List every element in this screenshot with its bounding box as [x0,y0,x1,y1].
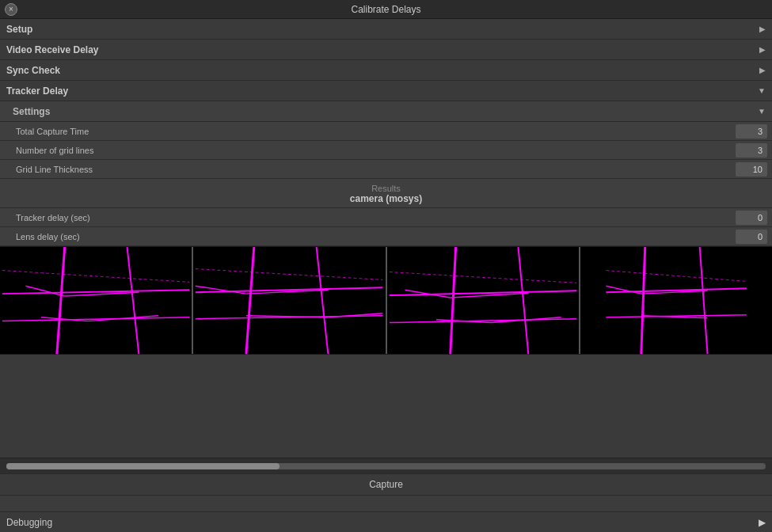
results-camera: camera (mosys) [6,193,766,204]
total-capture-time-value[interactable]: 3 [736,124,767,139]
svg-rect-30 [606,247,746,354]
grid-line-thickness-label: Grid Line Thickness [16,165,93,174]
grid-svg-4 [580,247,772,354]
svg-rect-10 [196,247,382,354]
image-cell-1 [0,247,193,354]
image-cell-2 [193,247,386,354]
param-row-grid-line-thickness: Grid Line Thickness 10 [0,160,772,179]
bottom-area [0,355,772,458]
setup-arrow: ▶ [759,25,766,33]
video-receive-delay-arrow: ▶ [759,45,766,54]
settings-label: Settings [13,106,50,117]
svg-rect-0 [2,247,189,354]
sidebar-item-settings[interactable]: Settings ▼ [0,101,772,122]
image-grid [0,246,772,355]
number-of-grid-lines-value[interactable]: 3 [736,143,767,158]
image-cell-3 [387,247,580,354]
svg-rect-20 [389,247,576,354]
delay-row-tracker: Tracker delay (sec) 0 [0,208,772,227]
results-title: Results [6,184,766,193]
sync-check-label: Sync Check [6,65,60,76]
sync-check-arrow: ▶ [759,66,766,74]
sidebar-item-debugging[interactable]: Debugging ▶ [0,511,772,532]
capture-row: Capture [0,473,772,496]
capture-button[interactable]: Capture [369,479,403,490]
sidebar-item-tracker-delay[interactable]: Tracker Delay ▼ [0,81,772,101]
video-receive-delay-label: Video Receive Delay [6,44,99,55]
scrollbar-track[interactable] [6,463,766,469]
grid-svg-1 [0,247,192,354]
tracker-delay-sec-label: Tracker delay (sec) [16,213,90,222]
scrollbar-area[interactable] [0,458,772,473]
settings-arrow: ▼ [758,107,766,116]
grid-line-thickness-value[interactable]: 10 [736,162,767,177]
scrollbar-thumb[interactable] [6,463,280,469]
debugging-arrow: ▶ [759,517,766,528]
window-title: Calibrate Delays [351,4,420,15]
image-cell-4 [580,247,772,354]
total-capture-time-label: Total Capture Time [16,127,89,136]
param-row-number-of-grid-lines: Number of grid lines 3 [0,141,772,160]
grid-svg-3 [387,247,579,354]
tracker-delay-label: Tracker Delay [6,86,68,97]
tracker-delay-arrow: ▼ [758,86,766,95]
debugging-label: Debugging [6,517,52,528]
title-bar: × Calibrate Delays [0,0,772,19]
close-button[interactable]: × [5,3,17,16]
number-of-grid-lines-label: Number of grid lines [16,146,93,155]
close-icon: × [9,5,13,13]
lens-delay-sec-value[interactable]: 0 [736,230,767,244]
results-section: Results camera (mosys) [0,179,772,208]
sidebar-item-video-receive-delay[interactable]: Video Receive Delay ▶ [0,40,772,60]
param-row-total-capture-time: Total Capture Time 3 [0,122,772,141]
grid-svg-2 [193,247,385,354]
sidebar-item-sync-check[interactable]: Sync Check ▶ [0,60,772,81]
lens-delay-sec-label: Lens delay (sec) [16,232,80,241]
sidebar-item-setup[interactable]: Setup ▶ [0,19,772,40]
tracker-delay-sec-value[interactable]: 0 [736,211,767,225]
setup-label: Setup [6,24,32,35]
delay-row-lens: Lens delay (sec) 0 [0,227,772,246]
